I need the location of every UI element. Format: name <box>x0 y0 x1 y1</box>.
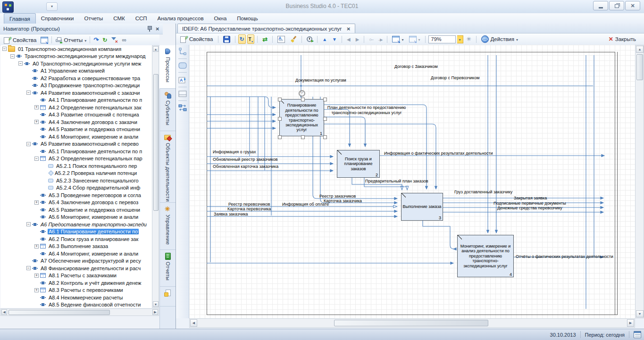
tree-row[interactable]: А5.5 Развитие и поддержка отношени <box>0 206 152 214</box>
next-marker-button[interactable] <box>376 36 385 42</box>
side-tab-Объекты деятельности[interactable]: Объекты деятельности <box>160 131 176 203</box>
tree-row[interactable]: А8.4 Некоммерческие расчеты <box>0 294 152 301</box>
tree-row[interactable]: −А4 Развитие взаимоотношений с заказчи <box>0 89 152 97</box>
tree-row[interactable]: −01 Транспортно-экспедиционная компания <box>0 45 152 53</box>
tree-expand-toggle[interactable]: + <box>34 244 39 249</box>
tree-row[interactable]: А5.2.2 Проверка наличия потенци <box>0 170 152 177</box>
menu-item-5[interactable]: ССП <box>130 13 152 24</box>
close-panel-icon[interactable] <box>156 26 159 32</box>
format-brush-button[interactable] <box>288 35 299 43</box>
canvas-vertical-scrollbar[interactable]: ▲ ▼ <box>635 45 644 318</box>
tree-expand-toggle[interactable]: − <box>2 47 7 51</box>
tree-row[interactable]: А5.3 Проведение переговоров и согла <box>0 191 152 199</box>
idef0-box-1[interactable]: Планирование деятельности по предоставле… <box>279 99 324 136</box>
export-view-button[interactable] <box>407 35 422 43</box>
tree-row[interactable]: +А8.3 Расчеты с перевозчиками <box>0 287 152 294</box>
zoom-input[interactable]: 79% <box>428 35 456 43</box>
tree-row[interactable]: −А6 Предоставление транспортно-экспеди <box>0 221 152 228</box>
auto-refresh-toggle[interactable] <box>238 34 246 44</box>
tree-row[interactable]: −Транспортно-экспедиционные услуги между… <box>0 53 152 60</box>
text-block-button[interactable] <box>276 35 287 43</box>
side-tab-Управление[interactable]: Управление <box>160 203 176 250</box>
tree-expand-toggle[interactable]: − <box>26 222 31 226</box>
tree-row[interactable]: А5.2.4 Сбор предварительной инф <box>0 184 152 192</box>
tree-row[interactable]: А4.1 Планирование деятельности по п <box>0 97 152 104</box>
tree-expand-toggle[interactable]: − <box>18 61 23 66</box>
tree-row[interactable]: А6.2 Поиск груза и планирование зак <box>0 235 152 243</box>
tree-expand-toggle[interactable]: + <box>34 105 39 109</box>
tree-expand-toggle[interactable]: − <box>26 91 31 95</box>
tracking-toggle[interactable] <box>247 34 255 44</box>
tree-expand-toggle[interactable]: + <box>34 274 39 278</box>
idef0-box-4[interactable]: Мониторинг, измерение и анализ деятельно… <box>457 235 514 277</box>
tree-row[interactable]: А4.3 Развитие отношений с потенциа <box>0 111 152 119</box>
reports-button[interactable]: Отчеты <box>53 37 89 43</box>
scroll-down-icon[interactable]: ▼ <box>636 310 644 317</box>
canvas-hscroll-thumb[interactable] <box>334 320 488 326</box>
menu-item-8[interactable]: Помощь <box>232 13 263 24</box>
menu-item-3[interactable]: Отчеты <box>79 13 108 24</box>
diagram-tab[interactable]: IDEF0: A6 Предоставление транспортно-экс… <box>177 24 355 33</box>
scroll-down-icon[interactable]: ▼ <box>153 301 159 307</box>
connector-tool-icon[interactable] <box>179 48 186 55</box>
selection-handle[interactable] <box>323 135 327 139</box>
go-to-button[interactable] <box>92 36 100 44</box>
idef0-box-2[interactable]: Поиск груза и планирование заказов2 <box>337 150 380 178</box>
tree-row[interactable]: −А0 Транспортно-экспедиционные услуги ме… <box>0 60 152 67</box>
pin-icon[interactable] <box>147 26 152 32</box>
selection-handle[interactable] <box>301 135 305 139</box>
tree-row[interactable]: +А4.2 Определение потенциальных зак <box>0 104 152 111</box>
tree-row[interactable]: А8.5 Ведение финансовой отчетности <box>0 301 152 308</box>
tab-close-icon[interactable] <box>347 26 351 32</box>
tree-scroll-thumb[interactable] <box>153 74 159 211</box>
side-tab-Субъекты[interactable]: Субъекты <box>160 89 176 131</box>
canvas-vscroll-thumb[interactable] <box>636 54 643 80</box>
tree-row[interactable]: А8.2 Контроль и учёт движения денеж <box>0 279 152 287</box>
tree-row[interactable]: А3 Продвижение транспортно-экспедици <box>0 82 152 90</box>
diagram-properties-button[interactable]: Свойства <box>178 35 215 43</box>
side-tab-Отчеты[interactable]: Отчеты <box>160 250 176 287</box>
zoom-fit-button[interactable] <box>465 35 473 43</box>
selection-handle[interactable] <box>278 117 282 121</box>
tree-row[interactable]: А5.2.1 Поиск потенциального пер <box>0 162 152 170</box>
tree-row[interactable]: +А4.4 Заключение договора с заказчи <box>0 118 152 126</box>
save-button[interactable] <box>221 35 232 43</box>
scroll-left-icon[interactable]: ◀ <box>190 319 197 327</box>
timing-button[interactable] <box>305 36 314 42</box>
selection-handle[interactable] <box>278 135 282 139</box>
prev-marker-button[interactable] <box>367 36 375 42</box>
tree-horizontal-scrollbar[interactable]: ◀ ▶ <box>0 308 159 316</box>
close-diagram-button[interactable]: Закрыть <box>607 35 638 43</box>
tree-row[interactable]: А5.6 Мониторинг, измерение и анали <box>0 214 152 221</box>
tree-row[interactable]: А2 Разработка и совершенствование тра <box>0 75 152 82</box>
scroll-up-icon[interactable]: ▲ <box>153 46 159 52</box>
tree-vertical-scrollbar[interactable]: ▲ ▼ <box>152 45 159 308</box>
selection-handle[interactable] <box>301 98 305 101</box>
scroll-left-icon[interactable]: ◀ <box>1 309 7 315</box>
text-label-tool-icon[interactable]: A <box>178 76 187 83</box>
tree-row[interactable]: −А5 Развитие взаимоотношений с перево <box>0 141 152 148</box>
calendar-icon[interactable] <box>634 331 641 338</box>
menu-item-7[interactable]: Окна <box>209 13 232 24</box>
scroll-right-icon[interactable]: ▶ <box>152 309 158 315</box>
tree-expand-toggle[interactable]: + <box>34 200 39 205</box>
tree-row[interactable]: А4.5 Развитие и поддержка отношени <box>0 126 152 133</box>
menu-item-4[interactable]: СМК <box>108 13 130 24</box>
menu-item-6[interactable]: Анализ процессов <box>152 13 209 24</box>
scroll-right-icon[interactable]: ▶ <box>627 319 634 327</box>
properties-button[interactable]: Свойства <box>2 36 39 44</box>
frame-tool-icon[interactable] <box>178 91 187 97</box>
canvas-horizontal-scrollbar[interactable]: ◀ ▶ <box>189 318 635 328</box>
actions-button[interactable]: Действия <box>479 35 520 43</box>
link-button[interactable] <box>120 36 128 44</box>
selection-handle[interactable] <box>323 98 327 101</box>
tree-row[interactable]: А6.4 Мониторинг, измерение и анали <box>0 250 152 257</box>
tree-row[interactable]: А5.2.3 Занесение потенциального <box>0 177 152 184</box>
move-down-button[interactable] <box>330 36 339 42</box>
rotate-handle-icon[interactable] <box>299 90 305 97</box>
window-mode-button[interactable] <box>390 35 405 43</box>
tree-expand-toggle[interactable]: + <box>34 288 39 292</box>
scroll-up-icon[interactable]: ▲ <box>636 46 644 53</box>
diagram-canvas[interactable]: Документация по услугамДоговор с Заказчи… <box>189 45 635 318</box>
move-up-button[interactable] <box>320 36 329 42</box>
